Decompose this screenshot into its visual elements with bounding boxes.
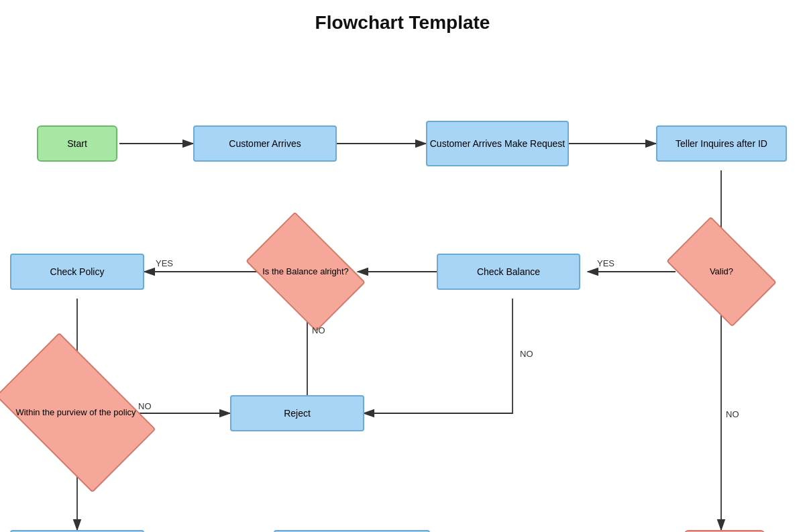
no-label-4: NO — [726, 409, 739, 419]
reject-node: Reject — [230, 395, 364, 431]
within-purview-diamond: Within the purview of the policy — [9, 369, 143, 456]
check-balance-node: Check Balance — [437, 254, 580, 290]
no-label-3: NO — [138, 401, 152, 411]
teller-inquires-node: Teller Inquires after ID — [656, 125, 787, 162]
yes-label-1: YES — [597, 258, 614, 268]
no-label-1: NO — [312, 325, 325, 335]
flowchart-container: Start Customer Arrives Customer Arrives … — [0, 40, 805, 532]
customer-arrives-node: Customer Arrives — [193, 125, 337, 162]
no-label-2: NO — [520, 349, 533, 359]
valid-diamond: Valid? — [676, 242, 767, 302]
page-title: Flowchart Template — [0, 0, 805, 40]
is-balance-diamond: Is the Balance alright? — [257, 238, 354, 305]
start-node: Start — [37, 125, 117, 162]
check-policy-node: Check Policy — [10, 254, 144, 290]
make-request-node: Customer Arrives Make Request — [426, 121, 569, 166]
yes-label-2: YES — [156, 258, 173, 268]
